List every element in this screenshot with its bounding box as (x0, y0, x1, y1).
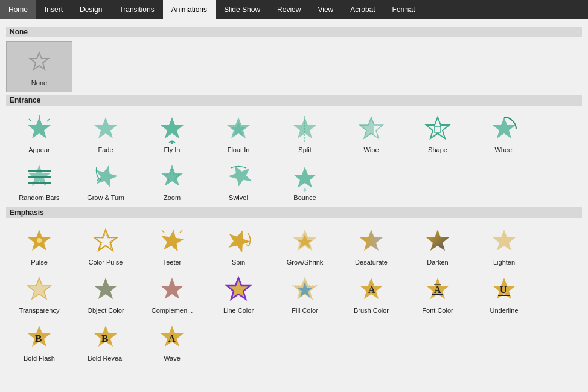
svg-marker-45 (94, 278, 117, 299)
animations-panel: None None Entrance Appear (0, 19, 588, 370)
animation-randombars[interactable]: Random Bars (6, 157, 72, 205)
animation-pulse[interactable]: Pulse (6, 222, 72, 269)
menu-insert[interactable]: Insert (36, 0, 71, 19)
svg-marker-47 (161, 278, 184, 299)
lighten-label: Lighten (493, 259, 515, 266)
animation-growturn[interactable]: Grow & Turn (72, 157, 139, 205)
svg-line-3 (29, 119, 31, 121)
fontcolor-icon: A (422, 274, 453, 306)
animation-fontcolor[interactable]: A Font Color (404, 270, 471, 318)
zoom-label: Zoom (164, 194, 181, 202)
animation-none[interactable]: None (6, 41, 72, 92)
animation-bounce[interactable]: Bounce (272, 157, 338, 205)
animation-wipe[interactable]: Wipe (338, 109, 404, 157)
svg-marker-25 (161, 165, 184, 186)
animation-lighten[interactable]: Lighten (471, 222, 537, 269)
objectcolor-label: Object Color (87, 307, 124, 315)
animation-linecolor[interactable]: Line Color (205, 270, 272, 318)
emphasis-grid: Pulse Color Pulse Teeter (6, 222, 582, 365)
svg-marker-36 (225, 227, 254, 254)
menu-acrobat[interactable]: Acrobat (342, 0, 383, 19)
animation-swivel[interactable]: Swivel (205, 157, 272, 205)
svg-rect-18 (435, 126, 441, 132)
svg-point-30 (37, 238, 42, 243)
section-emphasis-header: Emphasis (6, 207, 582, 218)
menu-transitions[interactable]: Transitions (110, 0, 162, 19)
darken-icon (422, 226, 453, 257)
split-label: Split (298, 146, 311, 154)
floatin-label: Float In (228, 146, 250, 154)
animation-desaturate[interactable]: Desaturate (338, 222, 404, 269)
svg-marker-27 (224, 162, 254, 188)
animation-complementary[interactable]: Complemen... (139, 270, 205, 318)
fade-label: Fade (98, 146, 113, 154)
animation-boldreveal[interactable]: B Bold Reveal (72, 318, 139, 365)
complementary-icon (156, 274, 188, 306)
menu-bar: Home Insert Design Transitions Animation… (0, 0, 588, 19)
teeter-icon (156, 226, 188, 257)
linecolor-icon (223, 274, 254, 306)
section-entrance-header: Entrance (6, 95, 582, 106)
menu-slideshow[interactable]: Slide Show (216, 0, 269, 19)
section-none-header: None (6, 27, 582, 37)
animation-growshrink[interactable]: Grow/Shrink (272, 222, 338, 269)
svg-marker-6 (161, 117, 184, 138)
svg-text:A: A (368, 284, 375, 295)
animation-floatin[interactable]: Float In (205, 109, 272, 157)
svg-marker-24 (92, 162, 120, 189)
growturn-label: Grow & Turn (87, 194, 124, 202)
entrance-grid: Appear Fade Fly In (6, 109, 582, 205)
underline-label: Underline (490, 307, 518, 315)
swivel-label: Swivel (229, 194, 248, 202)
animation-teeter[interactable]: Teeter (139, 222, 205, 269)
animation-colorpulse[interactable]: Color Pulse (72, 222, 139, 269)
underline-icon: U (488, 274, 520, 306)
objectcolor-icon (90, 274, 121, 306)
animation-boldflash[interactable]: B Bold Flash (6, 318, 72, 365)
animation-wheel[interactable]: Wheel (471, 109, 537, 157)
lighten-icon (488, 226, 520, 257)
spin-icon (223, 226, 254, 257)
linecolor-label: Line Color (223, 307, 254, 315)
desaturate-icon (356, 226, 387, 257)
svg-marker-5 (94, 117, 117, 138)
swivel-icon (223, 161, 254, 193)
animation-transparency[interactable]: Transparency (6, 270, 72, 318)
menu-view[interactable]: View (309, 0, 342, 19)
colorpulse-label: Color Pulse (89, 259, 123, 266)
menu-format[interactable]: Format (384, 0, 424, 19)
boldflash-icon: B (24, 322, 55, 353)
complementary-label: Complemen... (152, 307, 193, 315)
animation-underline[interactable]: U Underline (471, 270, 537, 318)
animation-zoom[interactable]: Zoom (139, 157, 205, 205)
svg-text:A: A (434, 284, 441, 295)
animation-fillcolor[interactable]: Fill Color (272, 270, 338, 318)
animation-wave[interactable]: A Wave (139, 318, 205, 365)
svg-line-35 (180, 230, 182, 233)
svg-marker-41 (493, 230, 516, 251)
wipe-icon (356, 114, 387, 145)
darken-label: Darken (427, 259, 448, 266)
svg-marker-39 (360, 230, 383, 251)
svg-text:B: B (35, 333, 42, 344)
animation-spin[interactable]: Spin (205, 222, 272, 269)
animation-brushcolor[interactable]: A Brush Color (338, 270, 404, 318)
animation-flyin[interactable]: Fly In (139, 109, 205, 157)
pulse-label: Pulse (31, 259, 48, 266)
animation-shape[interactable]: Shape (404, 109, 471, 157)
animation-objectcolor[interactable]: Object Color (72, 270, 139, 318)
split-icon (289, 114, 321, 145)
animation-split[interactable]: Split (272, 109, 338, 157)
fillcolor-icon (289, 274, 321, 306)
fillcolor-label: Fill Color (292, 307, 318, 315)
menu-review[interactable]: Review (269, 0, 309, 19)
menu-design[interactable]: Design (71, 0, 110, 19)
flyin-label: Fly In (164, 146, 181, 154)
animation-fade[interactable]: Fade (72, 109, 139, 157)
animation-darken[interactable]: Darken (404, 222, 471, 269)
menu-animations[interactable]: Animations (163, 0, 216, 19)
transparency-label: Transparency (19, 307, 60, 315)
animation-appear[interactable]: Appear (6, 109, 72, 157)
randombars-icon (24, 161, 55, 193)
menu-home[interactable]: Home (0, 0, 36, 19)
